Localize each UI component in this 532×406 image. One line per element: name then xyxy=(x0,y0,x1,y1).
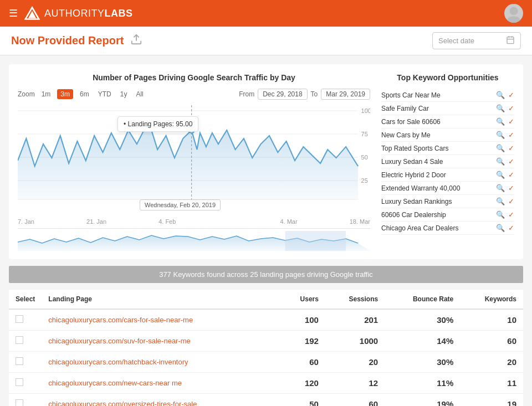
keyword-name: Safe Family Car xyxy=(381,105,496,112)
svg-text:100: 100 xyxy=(361,108,370,114)
keyword-item: Top Rated Sports Cars 🔍 ✓ xyxy=(381,142,514,155)
x-label-5: 4. Mar xyxy=(280,218,297,225)
tooltip-label: • Landing Pages: 95.00 xyxy=(124,120,192,128)
keyword-icons: 🔍 ✓ xyxy=(496,224,514,232)
table-row: chicagoluxurycars.com/suv-for-sale-near-… xyxy=(9,331,523,352)
svg-point-3 xyxy=(507,16,520,23)
row-checkbox[interactable] xyxy=(16,357,23,365)
keyword-search-icon[interactable]: 🔍 xyxy=(496,171,505,179)
user-avatar[interactable] xyxy=(504,4,523,23)
keyword-name: Electric Hybrid 2 Door xyxy=(381,171,496,179)
header: ☰ AUTHORITYLABS xyxy=(0,0,532,27)
zoom-1m[interactable]: 1m xyxy=(39,89,53,99)
keyword-name: New Cars by Me xyxy=(381,131,496,139)
row-checkbox[interactable] xyxy=(16,315,23,323)
keyword-name: 60606 Car Dealership xyxy=(381,211,496,219)
calendar-icon xyxy=(506,35,515,46)
row-checkbox-cell xyxy=(9,309,42,331)
row-sessions: 12 xyxy=(325,373,385,394)
row-url-cell: chicagoluxurycars.com/suv-for-sale-near-… xyxy=(42,331,280,352)
keyword-name: Extended Warranty 40,000 xyxy=(381,184,496,192)
table-section: Select Landing Page Users Sessions Bounc… xyxy=(9,290,523,406)
keyword-name: Luxury Sedan 4 Sale xyxy=(381,158,496,166)
row-keywords: 20 xyxy=(460,352,523,373)
row-bounce: 19% xyxy=(385,394,460,407)
row-url-cell: chicagoluxurycars.com/new-cars-near me xyxy=(42,373,280,394)
keyword-search-icon[interactable]: 🔍 xyxy=(496,210,505,219)
keyword-icons: 🔍 ✓ xyxy=(496,117,514,126)
keyword-icons: 🔍 ✓ xyxy=(496,131,514,139)
row-url-link[interactable]: chicagoluxurycars.com/oversized-tires-fo… xyxy=(48,400,197,406)
zoom-6m[interactable]: 6m xyxy=(78,89,91,99)
keyword-name: Top Rated Sports Cars xyxy=(381,145,496,152)
row-users: 50 xyxy=(281,394,325,407)
x-label-2: 21. Jan xyxy=(86,218,106,225)
chart-tooltip: • Landing Pages: 95.00 xyxy=(117,116,198,132)
keyword-name: Luxury Sedan Rankings xyxy=(381,198,496,205)
row-url-link[interactable]: chicagoluxurycars.com/new-cars-near me xyxy=(48,379,182,387)
col-sessions: Sessions xyxy=(325,290,385,309)
table-header: Select Landing Page Users Sessions Bounc… xyxy=(9,290,523,309)
upload-icon[interactable] xyxy=(130,33,142,48)
row-users: 120 xyxy=(281,373,325,394)
table-row: chicagoluxurycars.com/new-cars-near me 1… xyxy=(9,373,523,394)
keyword-check-icon: ✓ xyxy=(508,171,514,179)
row-url-link[interactable]: chicagoluxurycars.com/cars-for-sale-near… xyxy=(48,316,193,324)
zoom-ytd[interactable]: YTD xyxy=(96,89,114,99)
row-keywords: 11 xyxy=(460,373,523,394)
row-url-cell: chicagoluxurycars.com/cars-for-sale-near… xyxy=(42,309,280,331)
keyword-check-icon: ✓ xyxy=(508,144,514,152)
row-users: 100 xyxy=(281,309,325,331)
keyword-search-icon[interactable]: 🔍 xyxy=(496,117,505,126)
row-checkbox[interactable] xyxy=(16,378,23,386)
row-users: 60 xyxy=(281,352,325,373)
date-selector[interactable]: Select date xyxy=(432,32,521,49)
chart-x-labels: 7. Jan 21. Jan 4. Feb 4. Mar 18. Mar xyxy=(18,218,370,225)
table-row: chicagoluxurycars.com/cars-for-sale-near… xyxy=(9,309,523,331)
zoom-1y[interactable]: 1y xyxy=(118,89,130,99)
row-checkbox[interactable] xyxy=(16,399,23,406)
date-from: Dec 29, 2018 xyxy=(258,89,307,100)
zoom-3m[interactable]: 3m xyxy=(57,89,73,99)
zoom-all[interactable]: All xyxy=(134,89,145,99)
keyword-search-icon[interactable]: 🔍 xyxy=(496,91,505,99)
keyword-check-icon: ✓ xyxy=(508,104,514,112)
menu-icon[interactable]: ☰ xyxy=(9,7,18,19)
keyword-search-icon[interactable]: 🔍 xyxy=(496,144,505,152)
keyword-item: 60606 Car Dealership 🔍 ✓ xyxy=(381,208,514,222)
row-sessions: 201 xyxy=(325,309,385,331)
keyword-search-icon[interactable]: 🔍 xyxy=(496,157,505,166)
svg-text:75: 75 xyxy=(361,131,368,137)
keyword-name: Chicago Area Car Dealers xyxy=(381,224,496,232)
keyword-check-icon: ✓ xyxy=(508,117,514,126)
col-users: Users xyxy=(281,290,325,309)
chart-controls: Zoom 1m 3m 6m YTD 1y All From Dec 29, 20… xyxy=(18,89,370,100)
keyword-search-icon[interactable]: 🔍 xyxy=(496,197,505,205)
row-sessions: 1000 xyxy=(325,331,385,352)
row-bounce: 11% xyxy=(385,373,460,394)
main-content: Number of Pages Driving Google Search Tr… xyxy=(0,55,532,406)
keyword-item: Extended Warranty 40,000 🔍 ✓ xyxy=(381,182,514,195)
keyword-search-icon[interactable]: 🔍 xyxy=(496,104,505,112)
row-url-link[interactable]: chicagoluxurycars.com/hatchback-inventor… xyxy=(48,358,188,366)
row-checkbox[interactable] xyxy=(16,336,23,344)
keyword-search-icon[interactable]: 🔍 xyxy=(496,184,505,192)
chart-section: Number of Pages Driving Google Search Tr… xyxy=(9,64,523,259)
row-url-cell: chicagoluxurycars.com/hatchback-inventor… xyxy=(42,352,280,373)
table-row: chicagoluxurycars.com/oversized-tires-fo… xyxy=(9,394,523,407)
keyword-check-icon: ✓ xyxy=(508,184,514,192)
keyword-icons: 🔍 ✓ xyxy=(496,157,514,166)
date-to: Mar 29, 2019 xyxy=(321,89,370,100)
keyword-search-icon[interactable]: 🔍 xyxy=(496,131,505,139)
chart-area: Number of Pages Driving Google Search Tr… xyxy=(18,73,370,250)
keyword-check-icon: ✓ xyxy=(508,131,514,139)
row-keywords: 10 xyxy=(460,309,523,331)
keyword-search-icon[interactable]: 🔍 xyxy=(496,224,505,232)
keywords-title: Top Keyword Opportunities xyxy=(381,73,514,82)
col-bounce-rate: Bounce Rate xyxy=(385,290,460,309)
x-label-3: 4. Feb xyxy=(158,218,176,225)
keyword-item: Cars for Sale 60606 🔍 ✓ xyxy=(381,115,514,129)
row-url-link[interactable]: chicagoluxurycars.com/suv-for-sale-near-… xyxy=(48,337,190,345)
row-checkbox-cell xyxy=(9,352,42,373)
keyword-item: Luxury Sedan 4 Sale 🔍 ✓ xyxy=(381,155,514,168)
